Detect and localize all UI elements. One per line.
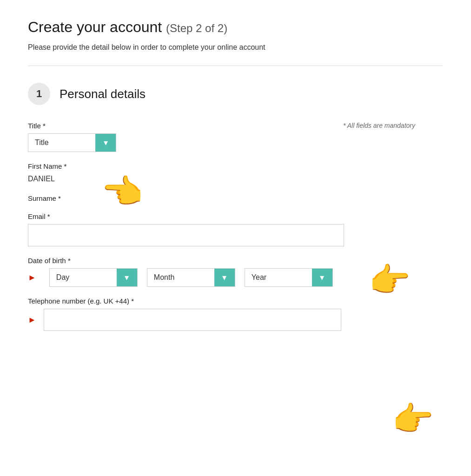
year-select-text: Year — [245, 269, 312, 286]
phone-field-group: Telephone number (e.g. UK +44) * ► — [28, 297, 443, 331]
month-dropdown-arrow[interactable] — [214, 269, 235, 286]
email-label: Email * — [28, 212, 443, 220]
page-title: Create your account (Step 2 of 2) — [28, 19, 443, 36]
subtitle: Please provide the detail below in order… — [28, 43, 443, 52]
title-select[interactable]: Title — [28, 133, 116, 152]
month-select[interactable]: Month — [147, 268, 235, 287]
first-name-field-group: First Name * DANIEL — [28, 162, 443, 184]
title-select-text: Title — [28, 134, 95, 152]
surname-label: Surname * — [28, 194, 443, 202]
step-info: (Step 2 of 2) — [166, 22, 227, 34]
year-dropdown-arrow[interactable] — [312, 269, 332, 286]
year-select[interactable]: Year — [245, 268, 333, 287]
phone-error-indicator: ► — [28, 315, 36, 325]
title-field-group: Title * Title — [28, 122, 443, 152]
month-select-text: Month — [147, 269, 214, 286]
title-dropdown-arrow[interactable] — [95, 134, 116, 152]
email-input[interactable] — [28, 224, 344, 246]
dob-row: ► Day Month Year — [28, 268, 443, 287]
dob-error-indicator: ► — [28, 273, 36, 283]
first-name-label: First Name * — [28, 162, 443, 170]
form-area: * All fields are mandatory Title * Title… — [28, 122, 443, 331]
title-label: Title * — [28, 122, 443, 130]
dob-field-group: Date of birth * ► Day Month Year — [28, 257, 443, 287]
surname-field-group: Surname * — [28, 194, 443, 202]
dob-label: Date of birth * — [28, 257, 443, 264]
day-select[interactable]: Day — [49, 268, 138, 287]
day-select-text: Day — [50, 269, 117, 286]
phone-input[interactable] — [44, 309, 341, 331]
email-field-group: Email * — [28, 212, 443, 246]
first-name-value: DANIEL — [28, 174, 443, 184]
step-circle: 1 — [28, 83, 50, 105]
day-dropdown-arrow[interactable] — [117, 269, 137, 286]
section-divider — [28, 66, 443, 66]
phone-label: Telephone number (e.g. UK +44) * — [28, 297, 443, 305]
section-header: 1 Personal details — [28, 83, 443, 105]
hand-pointer-icon-3: 👉 — [392, 399, 434, 439]
title-text: Create your account — [28, 19, 162, 35]
section-title: Personal details — [60, 87, 146, 101]
